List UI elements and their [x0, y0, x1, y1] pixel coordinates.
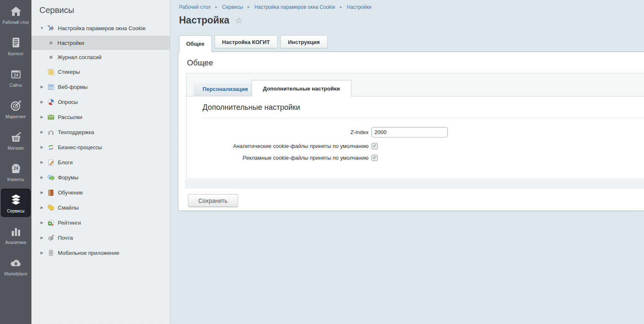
sidebar-item-support[interactable]: ▶ Техподдержка: [31, 124, 170, 140]
sidebar-item-mail[interactable]: ▶ Почта: [31, 230, 170, 245]
sidebar-item-mobile-app[interactable]: ▶ Мобильное приложение: [31, 245, 170, 260]
sidebar-item-bizproc[interactable]: ▶ Бизнес-процессы: [31, 140, 170, 155]
sidebar-item-settings[interactable]: Настройки: [31, 36, 170, 50]
breadcrumb-link-cookie-settings[interactable]: Настройка парамеров окна Cookie: [254, 4, 335, 10]
rail-item-desktop[interactable]: Рабочий стол: [1, 0, 31, 29]
left-rail: Рабочий стол Контент 24 Сайты Маркетинг …: [0, 0, 31, 324]
chevron-right-icon[interactable]: ▶: [39, 236, 44, 240]
favorite-star-icon[interactable]: ☆: [235, 16, 243, 25]
tab-general[interactable]: Общее: [179, 35, 212, 52]
rail-item-label: Сервисы: [7, 209, 24, 214]
chevron-right-icon[interactable]: ▶: [39, 160, 44, 164]
rail-item-label: Маркетинг: [5, 114, 26, 119]
rail-item-sites[interactable]: 24 Сайты: [1, 63, 31, 91]
smiley-icon: [47, 204, 55, 211]
chevron-right-icon[interactable]: ▶: [39, 130, 44, 134]
rail-item-marketplace[interactable]: Marketplace: [1, 251, 31, 280]
section-heading: Дополнительные настройки: [203, 103, 644, 112]
breadcrumb-separator-icon: ▶: [340, 5, 342, 9]
sidebar-item-label: Настройки: [57, 40, 84, 46]
form-footer-strip: [185, 180, 644, 189]
sidebar-item-ratings[interactable]: ▶ Рейтинги: [31, 215, 170, 230]
rail-item-clients[interactable]: 24 Клиенты: [1, 157, 31, 186]
sidebar-item-label: Блоги: [58, 159, 73, 166]
inner-tab-personalization[interactable]: Персонализация: [194, 82, 257, 96]
chevron-right-icon[interactable]: ▶: [39, 220, 44, 225]
save-button[interactable]: Сохранить: [188, 194, 238, 207]
zindex-input[interactable]: [371, 127, 448, 137]
sidebar-item-webforms[interactable]: ▶ Веб-формы: [31, 79, 170, 94]
chevron-right-icon[interactable]: ▶: [39, 190, 44, 194]
sidebar-item-label: Опросы: [58, 99, 78, 105]
rail-item-label: Контент: [8, 52, 23, 57]
rail-item-label: Магазин: [8, 146, 24, 151]
settings-box: Персонализация Дополнительные настройки …: [186, 73, 644, 179]
inner-tab-additional-settings[interactable]: Дополнительные настройки: [252, 80, 351, 96]
basket-icon: [10, 130, 22, 144]
mailbox-icon: [47, 234, 55, 241]
analytics-cookies-row: Аналитические cookie-файлы приняты по ум…: [203, 143, 644, 149]
ad-cookies-checkbox[interactable]: ✓: [371, 155, 378, 161]
title-row: Настройка ☆: [170, 10, 644, 26]
cloud-download-icon: [10, 256, 22, 270]
mobile-icon: [47, 249, 55, 257]
sidebar-item-consent-log[interactable]: Журнал согласий: [31, 50, 170, 64]
sidebar-item-training[interactable]: ▶ Обучение: [31, 185, 170, 200]
tab-instruction[interactable]: Инструкция: [280, 35, 327, 48]
sidebar-item-mailings[interactable]: ▶ Рассылки: [31, 109, 170, 124]
sidebar-item-label: Почта: [58, 235, 73, 241]
sidebar-item-stickers[interactable]: Стикеры: [31, 64, 170, 79]
buttons-row: Сохранить: [179, 189, 644, 207]
tab-kogit-settings[interactable]: Настройка КОГИТ: [215, 35, 278, 48]
zindex-row: Z-index: [203, 127, 644, 137]
chevron-down-icon[interactable]: ▼: [39, 26, 44, 30]
check-icon: ✓: [373, 155, 377, 161]
headphones-icon: [47, 129, 55, 136]
rail-item-services[interactable]: Сервисы: [1, 189, 31, 217]
sidebar-item-label: Журнал согласий: [57, 54, 101, 60]
sidebar-item-label: Смайлы: [58, 205, 79, 211]
sidebar-item-label: Форумы: [58, 174, 78, 181]
speech-bubbles-icon: [47, 174, 55, 181]
rail-item-analytics[interactable]: Аналитика: [1, 220, 31, 249]
breadcrumb-link-desktop[interactable]: Рабочий стол: [179, 4, 210, 10]
process-arrows-icon: [47, 144, 55, 151]
chevron-right-icon[interactable]: ▶: [39, 205, 44, 210]
chevron-right-icon[interactable]: ▶: [39, 251, 44, 255]
sidebar-item-cookie-settings[interactable]: ▼ Настройка парамеров окна Cookie: [31, 21, 170, 36]
ad-cookies-label: Рекламные cookie-файлы приняты по умолча…: [203, 155, 371, 161]
ad-cookies-row: Рекламные cookie-файлы приняты по умолча…: [203, 155, 644, 161]
rail-item-marketing[interactable]: Маркетинг: [1, 94, 31, 123]
chevron-right-icon[interactable]: ▶: [39, 115, 44, 119]
rail-item-content[interactable]: Контент: [1, 31, 31, 60]
analytics-cookies-checkbox[interactable]: ✓: [371, 143, 378, 149]
breadcrumb-link-services[interactable]: Сервисы: [222, 4, 243, 10]
chevron-right-icon[interactable]: ▶: [39, 85, 44, 89]
sidebar-item-label: Техподдержка: [58, 129, 94, 135]
chevron-right-icon[interactable]: ▶: [39, 100, 44, 104]
sidebar-item-polls[interactable]: ▶ Опросы: [31, 94, 170, 109]
bullet-icon: [49, 56, 52, 59]
chevron-right-icon[interactable]: ▶: [39, 145, 44, 149]
sidebar-item-label: Бизнес-процессы: [58, 144, 102, 150]
sidebar-item-blogs[interactable]: ▶ Блоги: [31, 155, 170, 170]
sidebar-item-label: Веб-формы: [58, 84, 88, 90]
pie-icon: [47, 98, 55, 106]
sidebar-title: Сервисы: [31, 0, 170, 21]
browser-24-icon: 24: [10, 67, 22, 81]
sidebar-item-label: Обучение: [58, 189, 83, 196]
bar-chart-icon: [10, 225, 22, 238]
breadcrumb: Рабочий стол ▶ Сервисы ▶ Настройка парам…: [170, 0, 644, 10]
zindex-label: Z-index: [203, 129, 371, 135]
main-area: Рабочий стол ▶ Сервисы ▶ Настройка парам…: [170, 0, 644, 324]
sidebar-item-label: Рассылки: [58, 114, 82, 120]
chevron-right-icon[interactable]: ▶: [39, 175, 44, 179]
breadcrumb-link-settings[interactable]: Настройки: [347, 4, 371, 10]
analytics-cookies-label: Аналитические cookie-файлы приняты по ум…: [203, 143, 371, 149]
sidebar-item-label: Рейтинги: [58, 220, 81, 226]
rail-item-store[interactable]: Магазин: [1, 126, 31, 154]
tools-icon: [47, 25, 55, 32]
content-panel: Общее Персонализация Дополнительные наст…: [178, 52, 644, 211]
sidebar-item-smiles[interactable]: ▶ Смайлы: [31, 200, 170, 215]
sidebar-item-forums[interactable]: ▶ Форумы: [31, 170, 170, 185]
